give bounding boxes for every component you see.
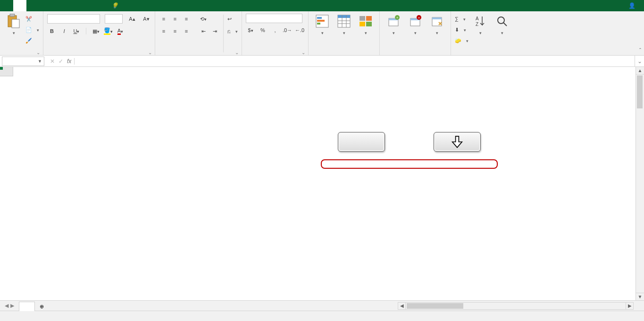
vertical-scrollbar[interactable]: ▲ ▼ xyxy=(636,67,644,300)
formula-input[interactable] xyxy=(81,56,635,66)
scroll-right-button[interactable]: ▶ xyxy=(626,303,633,309)
tab-insert[interactable] xyxy=(26,0,40,11)
increase-indent-button[interactable]: ⇥ xyxy=(210,26,219,36)
font-color-icon: A xyxy=(117,28,121,35)
increase-font-icon: A▴ xyxy=(129,16,135,22)
delete-cells-button[interactable]: × xyxy=(405,13,425,37)
spreadsheet-grid[interactable]: ▲ ▼ xyxy=(0,67,644,300)
align-left-button[interactable]: ≡ xyxy=(159,26,168,36)
paste-icon xyxy=(6,14,21,29)
down-arrow-keycap xyxy=(434,132,481,152)
table-icon xyxy=(336,14,351,29)
fill-button[interactable]: ⬇ xyxy=(455,25,468,35)
group-number: $▾ % , .0→ ←.0 xyxy=(242,11,309,55)
svg-rect-14 xyxy=(366,16,372,21)
decrease-font-button[interactable]: A▾ xyxy=(142,14,151,24)
collapse-ribbon-button[interactable]: ˆ xyxy=(639,48,641,54)
number-format-select[interactable] xyxy=(246,14,302,23)
find-select-button[interactable] xyxy=(492,13,512,37)
underline-button[interactable]: U▾ xyxy=(72,26,81,36)
paste-button[interactable] xyxy=(4,13,24,37)
align-right-button[interactable]: ≡ xyxy=(182,26,191,36)
svg-rect-2 xyxy=(12,19,19,28)
svg-rect-26 xyxy=(432,17,442,19)
format-as-table-button[interactable] xyxy=(334,13,354,37)
comma-format-button[interactable]: , xyxy=(270,25,280,35)
align-bottom-button[interactable]: ≡ xyxy=(182,14,191,24)
share-button[interactable]: 👤 xyxy=(623,2,644,9)
sigma-icon: ∑ xyxy=(455,16,459,22)
h-scroll-thumb[interactable] xyxy=(407,303,463,309)
conditional-formatting-button[interactable] xyxy=(312,13,332,37)
group-clipboard: ✂️ 📄 🖌️ xyxy=(0,11,43,55)
tab-view[interactable] xyxy=(92,0,106,11)
add-sheet-button[interactable]: ⊕ xyxy=(35,302,49,311)
v-scroll-thumb[interactable] xyxy=(637,75,643,108)
name-box[interactable]: ▼ xyxy=(2,57,44,66)
enter-formula-icon[interactable]: ✓ xyxy=(59,58,63,65)
scroll-down-button[interactable]: ▼ xyxy=(636,293,644,300)
orientation-button[interactable]: ⟲▾ xyxy=(199,14,208,24)
tab-page-layout[interactable] xyxy=(40,0,53,11)
horizontal-scrollbar[interactable]: ◀ ▶ xyxy=(398,302,634,310)
font-name-input[interactable] xyxy=(47,14,100,24)
sheet-nav-next[interactable]: ▶ xyxy=(10,303,14,309)
wrap-icon: ↩ xyxy=(227,16,232,22)
align-bottom-icon: ≡ xyxy=(185,16,188,22)
merge-center-button[interactable]: ⎌ xyxy=(227,26,238,36)
cell-styles-button[interactable] xyxy=(356,13,376,37)
italic-button[interactable]: I xyxy=(59,26,69,36)
paintbrush-icon: 🖌️ xyxy=(25,38,32,44)
accounting-format-button[interactable]: $▾ xyxy=(246,25,255,35)
status-bar xyxy=(0,311,644,321)
autosum-button[interactable]: ∑ xyxy=(455,14,468,24)
increase-font-button[interactable]: A▴ xyxy=(127,14,137,24)
cell-styles-icon xyxy=(358,14,373,29)
wrap-text-button[interactable]: ↩ xyxy=(227,14,238,24)
tell-me-search[interactable]: 💡 xyxy=(111,0,121,11)
fill-color-button[interactable]: 🪣▾ xyxy=(103,26,113,36)
scroll-up-button[interactable]: ▲ xyxy=(636,67,644,74)
tab-file[interactable] xyxy=(0,0,13,11)
expand-formula-bar-button[interactable]: ⌄ xyxy=(635,56,644,67)
font-color-button[interactable]: A▾ xyxy=(116,26,125,36)
tab-home[interactable] xyxy=(13,0,26,11)
svg-rect-6 xyxy=(317,23,320,25)
group-alignment: ≡ ≡ ≡ ⟲▾ ≡ ≡ ≡ ⇤ ⇥ ↩ ⎌ xyxy=(155,11,242,55)
increase-indent-icon: ⇥ xyxy=(213,28,217,34)
insert-cells-button[interactable]: + xyxy=(384,13,403,37)
sort-filter-button[interactable]: AZ xyxy=(470,13,490,37)
format-cells-button[interactable] xyxy=(427,13,447,37)
cancel-formula-icon[interactable]: ✕ xyxy=(50,58,55,65)
align-center-button[interactable]: ≡ xyxy=(170,26,180,36)
merge-icon: ⎌ xyxy=(227,28,231,34)
tab-data[interactable] xyxy=(66,0,79,11)
conditional-formatting-icon xyxy=(315,14,330,29)
sheet-tab-sheet1[interactable] xyxy=(19,302,35,311)
tab-review[interactable] xyxy=(79,0,92,11)
decrease-decimal-button[interactable]: ←.0 xyxy=(295,25,304,35)
svg-point-29 xyxy=(498,17,504,24)
border-button[interactable]: ▦▾ xyxy=(91,26,100,36)
find-icon xyxy=(494,14,510,29)
align-top-button[interactable]: ≡ xyxy=(159,14,168,24)
cut-button[interactable]: ✂️ xyxy=(25,14,39,24)
scroll-left-button[interactable]: ◀ xyxy=(398,303,406,309)
percent-format-button[interactable]: % xyxy=(258,25,268,35)
tab-formulas[interactable] xyxy=(53,0,66,11)
increase-decimal-button[interactable]: .0→ xyxy=(283,25,292,35)
bold-button[interactable]: B xyxy=(47,26,57,36)
font-size-input[interactable] xyxy=(105,14,123,24)
sheet-nav-prev[interactable]: ◀ xyxy=(5,303,8,309)
sheet-tab-bar: ◀ ▶ ⊕ ◀ ▶ xyxy=(0,300,644,311)
align-middle-icon: ≡ xyxy=(174,16,176,22)
clear-button[interactable]: 🧽 xyxy=(455,35,468,46)
fx-icon[interactable]: fx xyxy=(67,58,75,65)
copy-button[interactable]: 📄 xyxy=(25,25,39,35)
ribbon: ✂️ 📄 🖌️ A▴ A▾ B I U▾ ▦▾ 🪣▾ A▾ xyxy=(0,11,644,56)
align-middle-button[interactable]: ≡ xyxy=(170,14,180,24)
decrease-indent-button[interactable]: ⇤ xyxy=(199,26,208,36)
bucket-icon: 🪣 xyxy=(104,27,110,35)
select-all-button[interactable] xyxy=(0,67,13,76)
format-painter-button[interactable]: 🖌️ xyxy=(25,35,39,46)
